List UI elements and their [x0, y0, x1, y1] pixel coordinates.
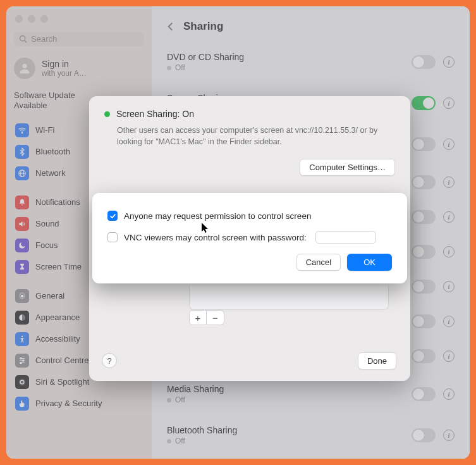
sidebar-item-label: General	[35, 291, 64, 301]
info-icon[interactable]: i	[443, 56, 455, 68]
svg-point-13	[23, 359, 24, 361]
option-anyone-label: Anyone may request permission to control…	[124, 211, 311, 221]
moon-icon	[15, 239, 29, 252]
service-status: Off	[175, 63, 185, 72]
service-row: Bluetooth SharingOffi	[163, 415, 458, 456]
close-icon[interactable]	[15, 15, 23, 23]
svg-point-2	[22, 64, 27, 68]
hourglass-icon	[15, 260, 29, 274]
sidebar-item-label: Control Centre	[35, 356, 89, 365]
avatar-icon	[14, 58, 35, 79]
add-remove-toolbar: + −	[189, 310, 224, 325]
service-toggle[interactable]	[412, 137, 436, 151]
service-status: Off	[175, 437, 185, 445]
ok-button[interactable]: OK	[347, 254, 392, 271]
status-dot-icon	[167, 439, 171, 443]
sidebar-item-label: Accessibility	[35, 334, 80, 344]
sidebar-item-label: Notifications	[35, 197, 80, 207]
svg-point-3	[21, 132, 22, 133]
info-icon[interactable]: i	[443, 246, 455, 257]
option-vnc-password[interactable]: VNC viewers may control screen with pass…	[107, 231, 392, 244]
sidebar-item-label: Focus	[35, 240, 58, 250]
computer-settings-button[interactable]: Computer Settings…	[300, 159, 395, 176]
sliders-icon	[15, 354, 29, 368]
service-status: Off	[175, 395, 185, 404]
account-row[interactable]: Sign in with your A…	[11, 56, 147, 90]
sheet-description: Other users can access your computer's s…	[117, 125, 395, 147]
bell-icon	[15, 195, 29, 209]
service-toggle[interactable]	[412, 55, 436, 69]
service-toggle[interactable]	[412, 245, 436, 259]
service-toggle[interactable]	[412, 175, 436, 189]
cancel-button[interactable]: Cancel	[296, 254, 341, 271]
sheet-title: Screen Sharing: On	[116, 109, 194, 119]
page-title: Sharing	[183, 20, 223, 33]
svg-point-12	[20, 357, 21, 359]
speaker-icon	[15, 217, 29, 231]
sidebar-item-label: Siri & Spotlight	[35, 377, 89, 387]
status-dot-icon	[104, 111, 110, 117]
done-button[interactable]: Done	[358, 352, 396, 369]
window-controls[interactable]	[11, 13, 147, 32]
info-icon[interactable]: i	[443, 97, 455, 109]
service-toggle[interactable]	[412, 428, 436, 442]
info-icon[interactable]: i	[443, 430, 455, 441]
service-toggle[interactable]	[412, 349, 436, 363]
svg-line-1	[25, 40, 27, 42]
info-icon[interactable]: i	[443, 177, 455, 188]
vnc-password-field[interactable]	[315, 231, 376, 244]
remove-button[interactable]: −	[207, 310, 224, 325]
sidebar-item-label: Appearance	[35, 313, 80, 322]
service-toggle[interactable]	[412, 280, 436, 294]
back-button[interactable]	[164, 20, 177, 33]
sidebar-item-label: Screen Time	[35, 262, 82, 271]
search-input[interactable]: Search	[14, 32, 144, 46]
search-icon	[19, 35, 27, 43]
status-dot-icon	[167, 66, 171, 70]
service-toggle[interactable]	[412, 387, 436, 401]
option-anyone-request[interactable]: Anyone may request permission to control…	[107, 211, 392, 221]
add-button[interactable]: +	[189, 310, 207, 325]
sidebar-item-privacy-security[interactable]: Privacy & Security	[11, 394, 147, 414]
sidebar-item-label: Bluetooth	[35, 147, 70, 156]
account-sub: with your A…	[42, 69, 87, 78]
svg-point-0	[20, 36, 25, 41]
checkbox-unchecked-icon[interactable]	[107, 232, 118, 242]
sidebar-item-label: Privacy & Security	[35, 399, 102, 408]
info-icon[interactable]: i	[443, 139, 455, 150]
option-vnc-label: VNC viewers may control screen with pass…	[124, 233, 307, 242]
sheet-header: Screen Sharing: On	[104, 109, 395, 119]
minimize-icon[interactable]	[28, 15, 35, 23]
service-row: DVD or CD SharingOffi	[163, 42, 458, 83]
info-icon[interactable]: i	[443, 350, 455, 362]
checkbox-checked-icon[interactable]	[107, 211, 118, 221]
account-title: Sign in	[42, 59, 87, 69]
appearance-icon	[15, 311, 29, 325]
content-header: Sharing	[152, 6, 470, 42]
service-toggle[interactable]	[412, 96, 436, 110]
help-button[interactable]: ?	[102, 353, 117, 368]
hand-icon	[15, 397, 29, 411]
search-placeholder: Search	[31, 34, 57, 44]
bluetooth-icon	[15, 145, 29, 159]
info-icon[interactable]: i	[443, 388, 455, 400]
globe-icon	[15, 166, 29, 180]
info-icon[interactable]: i	[443, 211, 455, 223]
svg-point-14	[20, 362, 21, 363]
info-icon[interactable]: i	[443, 281, 455, 292]
service-toggle[interactable]	[412, 314, 436, 328]
sidebar-item-label: Wi-Fi	[35, 125, 54, 135]
info-icon[interactable]: i	[443, 316, 455, 327]
settings-window: Search Sign in with your A… Software Upd…	[6, 6, 470, 459]
siri-icon	[15, 375, 29, 389]
access-icon	[15, 332, 29, 346]
svg-point-8	[21, 335, 23, 337]
zoom-icon[interactable]	[40, 15, 48, 23]
sidebar-item-label: Network	[35, 168, 66, 178]
service-title: Bluetooth Sharing	[167, 425, 237, 435]
users-list-box	[189, 286, 389, 310]
service-toggle[interactable]	[412, 210, 436, 224]
wifi-icon	[15, 123, 29, 137]
service-title: Media Sharing	[167, 384, 224, 394]
service-title: DVD or CD Sharing	[167, 52, 244, 62]
